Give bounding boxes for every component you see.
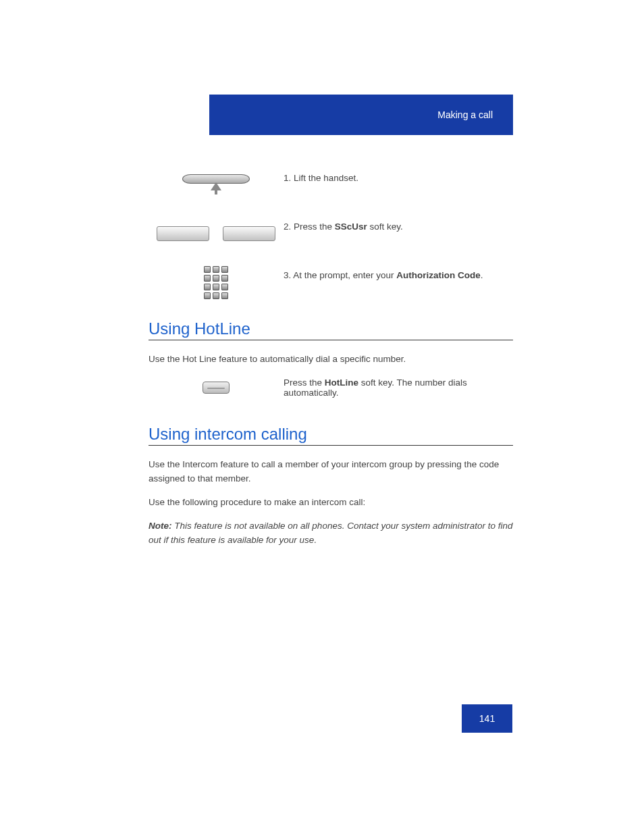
keypad-icon xyxy=(149,266,284,299)
intercom-p2: Use the following procedure to make an i… xyxy=(149,496,513,510)
intercom-note: Note: This feature is not available on a… xyxy=(149,519,513,548)
page-header-band: Making a call xyxy=(209,95,513,135)
step-1: 1. Lift the handset. xyxy=(149,169,513,201)
line-key-icon xyxy=(203,382,230,394)
step-3: 3. At the prompt, enter your Authorizati… xyxy=(149,266,513,299)
handset-lift-icon xyxy=(149,169,284,201)
section-title-hotline: Using HotLine xyxy=(149,319,513,340)
hotline-action-text: Press the HotLine soft key. The number d… xyxy=(284,377,513,398)
step-2-text: 2. Press the SScUsr soft key. xyxy=(284,217,513,234)
breadcrumb: Making a call xyxy=(437,109,493,120)
hotline-action-row: Press the HotLine soft key. The number d… xyxy=(149,377,513,398)
intercom-p1: Use the Intercom feature to call a membe… xyxy=(149,458,513,486)
step-3-text: 3. At the prompt, enter your Authorizati… xyxy=(284,266,513,282)
step-1-text: 1. Lift the handset. xyxy=(284,169,513,185)
section-title-intercom: Using intercom calling xyxy=(149,425,513,446)
softkey-button-icon xyxy=(157,226,209,241)
softkey-button-icon xyxy=(223,226,275,241)
page-number: 141 xyxy=(462,704,512,733)
step-2: 2. Press the SScUsr soft key. xyxy=(149,217,513,250)
softkeys-icon xyxy=(149,217,284,250)
hotline-body: Use the Hot Line feature to automaticall… xyxy=(149,353,513,367)
